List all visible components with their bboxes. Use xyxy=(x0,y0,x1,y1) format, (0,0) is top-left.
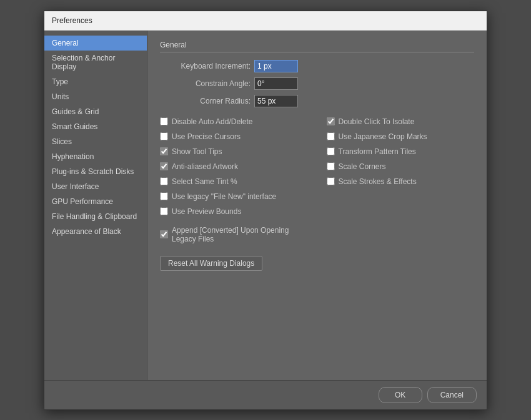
keyboard-increment-label: Keyboard Increment: xyxy=(160,62,251,71)
corner-radius-label: Corner Radius: xyxy=(160,97,251,105)
keyboard-increment-input[interactable] xyxy=(254,60,298,72)
checkbox-show-tooltips-label: Show Tool Tips xyxy=(172,147,222,156)
sidebar-item-hyphenation[interactable]: Hyphenation xyxy=(44,149,147,164)
checkbox-double-click-isolate[interactable]: Double Click To Isolate xyxy=(327,117,475,126)
title-bar: Preferences xyxy=(44,11,487,31)
checkbox-append-converted[interactable]: Append [Converted] Upon Opening Legacy F… xyxy=(160,226,308,243)
dialog-footer: OK Cancel xyxy=(44,380,487,409)
content-area: General Keyboard Increment: Constrain An… xyxy=(147,31,487,380)
constrain-angle-label: Constrain Angle: xyxy=(160,79,251,88)
sidebar-item-plugins[interactable]: Plug-ins & Scratch Disks xyxy=(44,164,147,179)
constrain-angle-row: Constrain Angle: xyxy=(160,77,474,90)
checkbox-show-tooltips-input[interactable] xyxy=(160,147,168,155)
checkbox-select-same-tint-input[interactable] xyxy=(160,177,168,185)
checkbox-antialiased-label: Anti-aliased Artwork xyxy=(172,162,238,171)
sidebar-item-smart-guides[interactable]: Smart Guides xyxy=(44,119,147,134)
cancel-button[interactable]: Cancel xyxy=(427,387,477,403)
checkbox-scale-strokes-label: Scale Strokes & Effects xyxy=(339,177,417,186)
checkbox-scale-corners[interactable]: Scale Corners xyxy=(327,162,475,171)
dialog-title: Preferences xyxy=(52,16,92,25)
checkbox-double-click-isolate-input[interactable] xyxy=(327,117,335,125)
checkbox-legacy-file-new-label: Use legacy "File New" interface xyxy=(172,192,276,201)
checkbox-select-same-tint-label: Select Same Tint % xyxy=(172,177,237,186)
checkbox-legacy-file-new-input[interactable] xyxy=(160,192,168,200)
section-title: General xyxy=(160,41,474,52)
checkbox-japanese-crop-label: Use Japanese Crop Marks xyxy=(339,132,427,141)
checkbox-transform-pattern-input[interactable] xyxy=(327,147,335,155)
checkbox-legacy-file-new[interactable]: Use legacy "File New" interface xyxy=(160,192,308,201)
sidebar-item-units[interactable]: Units xyxy=(44,89,147,104)
checkbox-show-tooltips[interactable]: Show Tool Tips xyxy=(160,147,308,156)
checkbox-append-converted-label: Append [Converted] Upon Opening Legacy F… xyxy=(172,226,308,243)
sidebar-item-selection[interactable]: Selection & Anchor Display xyxy=(44,51,147,74)
checkbox-disable-auto[interactable]: Disable Auto Add/Delete xyxy=(160,117,308,126)
sidebar-item-guides[interactable]: Guides & Grid xyxy=(44,104,147,119)
checkbox-select-same-tint[interactable]: Select Same Tint % xyxy=(160,177,308,186)
reset-warning-dialogs-button[interactable]: Reset All Warning Dialogs xyxy=(160,256,262,271)
checkbox-scale-corners-input[interactable] xyxy=(327,162,335,170)
checkboxes-container: Disable Auto Add/Delete Use Precise Curs… xyxy=(160,117,474,243)
sidebar-item-general[interactable]: General xyxy=(44,36,147,51)
constrain-angle-input[interactable] xyxy=(254,77,298,90)
checkbox-preview-bounds-input[interactable] xyxy=(160,207,168,215)
checkbox-antialiased-input[interactable] xyxy=(160,162,168,170)
checkbox-append-converted-input[interactable] xyxy=(160,230,168,238)
ok-button[interactable]: OK xyxy=(379,387,422,403)
sidebar-item-ui[interactable]: User Interface xyxy=(44,179,147,194)
corner-radius-input[interactable] xyxy=(254,95,298,107)
button-row: Reset All Warning Dialogs xyxy=(160,256,474,271)
corner-radius-row: Corner Radius: xyxy=(160,95,474,107)
checkbox-precise-cursors-label: Use Precise Cursors xyxy=(172,132,241,141)
checkbox-japanese-crop[interactable]: Use Japanese Crop Marks xyxy=(327,132,475,141)
checkbox-antialiased[interactable]: Anti-aliased Artwork xyxy=(160,162,308,171)
checkbox-disable-auto-label: Disable Auto Add/Delete xyxy=(172,117,252,126)
sidebar-item-black[interactable]: Appearance of Black xyxy=(44,224,147,239)
checkbox-scale-strokes-input[interactable] xyxy=(327,177,335,185)
checkbox-precise-cursors-input[interactable] xyxy=(160,132,168,140)
preferences-dialog: Preferences General Selection & Anchor D… xyxy=(44,11,487,410)
checkbox-double-click-isolate-label: Double Click To Isolate xyxy=(339,117,415,126)
checkboxes-right: Double Click To Isolate Use Japanese Cro… xyxy=(327,117,475,243)
keyboard-increment-row: Keyboard Increment: xyxy=(160,60,474,72)
sidebar: General Selection & Anchor Display Type … xyxy=(44,31,147,380)
checkbox-preview-bounds-label: Use Preview Bounds xyxy=(172,207,241,216)
checkboxes-left: Disable Auto Add/Delete Use Precise Curs… xyxy=(160,117,308,243)
dialog-body: General Selection & Anchor Display Type … xyxy=(44,31,487,380)
sidebar-item-gpu[interactable]: GPU Performance xyxy=(44,194,147,209)
checkbox-scale-corners-label: Scale Corners xyxy=(339,162,386,171)
checkbox-preview-bounds[interactable]: Use Preview Bounds xyxy=(160,207,308,216)
sidebar-item-slices[interactable]: Slices xyxy=(44,134,147,149)
checkbox-disable-auto-input[interactable] xyxy=(160,117,168,125)
checkbox-japanese-crop-input[interactable] xyxy=(327,132,335,140)
sidebar-item-type[interactable]: Type xyxy=(44,74,147,89)
checkbox-precise-cursors[interactable]: Use Precise Cursors xyxy=(160,132,308,141)
sidebar-item-filehandling[interactable]: File Handling & Clipboard xyxy=(44,209,147,224)
checkbox-transform-pattern-label: Transform Pattern Tiles xyxy=(339,147,416,156)
checkbox-transform-pattern[interactable]: Transform Pattern Tiles xyxy=(327,147,475,156)
checkbox-scale-strokes[interactable]: Scale Strokes & Effects xyxy=(327,177,475,186)
